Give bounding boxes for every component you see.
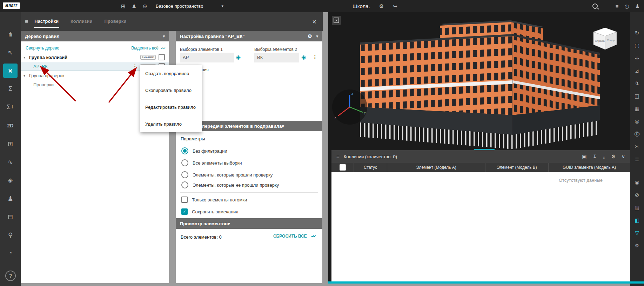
properties-icon[interactable]: Ⓟ — [630, 129, 644, 139]
history-icon[interactable]: ◷ — [624, 0, 629, 12]
column-status[interactable]: Статус — [354, 163, 387, 172]
scheme-icon[interactable]: ⊞ — [3, 137, 18, 151]
panel-resize-handle[interactable] — [474, 149, 495, 150]
locate-icon[interactable]: ◎ — [630, 116, 644, 127]
pan-icon[interactable]: ⊹ — [630, 53, 644, 64]
close-icon[interactable]: × — [312, 18, 316, 25]
context-menu: Создать подправило Скопировать правило Р… — [140, 65, 202, 132]
preview-section-title: Просмотр элементов — [180, 221, 228, 226]
orbit-icon[interactable]: ↻ — [630, 28, 644, 38]
collision-check-icon[interactable]: × — [3, 64, 18, 78]
params-label: Параметры — [181, 136, 205, 141]
checkbox-keep-remarks[interactable]: ✓ Сохранять замечания — [181, 208, 238, 215]
panel-menu-icon[interactable]: ≡ — [25, 19, 28, 25]
menu-item-copy-rule[interactable]: Скопировать правило — [140, 82, 202, 99]
select-all-checkbox[interactable] — [340, 164, 346, 171]
export-icon[interactable]: ↧ — [592, 154, 597, 159]
tab-checks[interactable]: Проверки — [103, 15, 127, 28]
menu-icon[interactable]: ≡ — [616, 0, 619, 12]
radio-failed-elements[interactable]: Элементы, которые не прошли проверку — [181, 181, 279, 188]
selection1-input[interactable]: АР — [180, 53, 234, 62]
tree-expand-icon[interactable]: ▾ — [24, 55, 29, 59]
column-guid-a[interactable]: GUID элемента (Модель А) — [549, 163, 630, 172]
user-icon[interactable]: ♟ — [3, 191, 18, 206]
right-toolbar: ↻ ▢ ⊹ ⊿ ↯ ◫ ▦ ◎ Ⓟ ✂ ≣ ◉ ⊘ ▨ ◧ ▽ ⚙ — [630, 12, 644, 286]
tab-settings[interactable]: Настройки — [34, 15, 59, 28]
grid-icon[interactable]: ▦ — [630, 104, 644, 114]
fit-view-button[interactable] — [332, 16, 341, 25]
column-element-b[interactable]: Элемент (Модель B) — [485, 163, 549, 172]
workspace-selector[interactable]: Базовое пространство ▾ — [156, 0, 223, 12]
checkbox-descendants-only[interactable]: Только элементы потомки — [181, 197, 247, 203]
sum-icon[interactable]: Σ — [3, 82, 18, 96]
view-cube[interactable]: Справа Сзади — [589, 25, 621, 52]
tab-collisions[interactable]: Коллизии — [70, 15, 93, 28]
tree-row-collision-group[interactable]: ▾ Группа коллизий SHARED — [21, 53, 169, 62]
gauge-icon[interactable]: ◔ — [3, 246, 18, 260]
collapse-tree-link[interactable]: Свернуть дерево — [26, 46, 59, 51]
team-icon[interactable]: ♟ — [132, 0, 136, 12]
model-tree-icon[interactable]: ⋔ — [3, 27, 18, 41]
clash-icon[interactable]: ↯ — [630, 78, 644, 89]
radio-passed-elements[interactable]: Элементы, которые прошли проверку — [181, 171, 273, 178]
selection2-input[interactable]: ВК — [254, 53, 299, 62]
gear-icon[interactable]: ⚙ — [379, 0, 384, 12]
view-settings-icon[interactable]: ⚙ — [630, 240, 644, 251]
menu-item-create-subrule[interactable]: Создать подправило — [140, 65, 202, 82]
globe-icon[interactable]: ⊛ — [143, 0, 147, 12]
hide-icon[interactable]: ⊘ — [630, 190, 644, 200]
chart-icon[interactable]: ∿ — [3, 155, 18, 169]
filter-icon[interactable]: ▽ — [630, 228, 644, 238]
apps-icon[interactable]: ⊞ — [121, 0, 126, 12]
user-pin-icon[interactable]: ⚲ — [3, 228, 18, 242]
total-elements-label: Всего элементов: 0 — [181, 234, 222, 240]
empty-state-text: Отсутствуют данные — [559, 178, 603, 183]
radio-dot — [181, 171, 188, 178]
rules-tree-header[interactable]: Дерево правил ▾ — [21, 31, 169, 41]
panel-menu-icon[interactable]: ≡ — [336, 154, 340, 160]
chevron-down-icon[interactable]: ∨ — [622, 154, 625, 159]
eye-icon[interactable]: ◉ — [236, 54, 241, 60]
select-box-icon[interactable]: ▢ — [630, 40, 644, 51]
profile-icon[interactable]: ♟ — [635, 0, 640, 12]
axis-gizmo[interactable]: z x y — [330, 88, 369, 126]
plugins-icon[interactable]: ◈ — [3, 173, 18, 187]
show-icon[interactable]: ◉ — [630, 177, 644, 188]
panel-tab-strip: ≡ Настройки Коллизии Проверки × — [21, 12, 323, 31]
reset-all-link[interactable]: СБРОСИТЬ ВСЁ — [273, 234, 307, 239]
gear-icon[interactable]: ⚙ — [611, 154, 616, 159]
preview-section-header[interactable]: Просмотр элементов ▾ — [176, 218, 322, 229]
section-cut-icon[interactable]: ✂ — [630, 141, 644, 152]
tree-row-checkbox[interactable] — [159, 54, 165, 60]
help-button[interactable]: ? — [5, 271, 16, 281]
app-logo[interactable]: BIMIT — [3, 2, 20, 9]
radio-all-elements[interactable]: Все элементы выборки — [181, 159, 242, 166]
section-box-icon[interactable]: ◫ — [630, 91, 644, 101]
fit-columns-icon[interactable]: ↨ — [603, 154, 605, 159]
share-icon[interactable]: ↪ — [393, 0, 397, 12]
gear-icon[interactable]: ⚙ — [308, 33, 312, 39]
shared-folder-icon[interactable]: ⊟ — [3, 209, 18, 224]
layers-icon[interactable]: ≣ — [630, 154, 644, 165]
2d-view-icon[interactable]: 2D — [3, 118, 18, 133]
measure-icon[interactable]: ⊿ — [630, 66, 644, 76]
transparency-icon[interactable]: ◧ — [630, 215, 644, 226]
column-element-a[interactable]: Элемент (Модель А) — [387, 163, 485, 172]
radio-no-filter[interactable]: Без фильтрации — [181, 147, 227, 154]
tree-expand-icon[interactable]: ▾ — [24, 74, 29, 78]
select-all-link[interactable]: Выделить всё — [131, 46, 159, 51]
tree-row-label: АР_ВК — [29, 64, 48, 69]
kebab-menu-icon[interactable]: ⋮ — [133, 64, 137, 69]
kebab-menu-icon[interactable]: ⋮ — [313, 54, 317, 60]
eye-icon[interactable]: ◉ — [301, 54, 306, 60]
menu-item-delete-rule[interactable]: Удалить правило — [140, 115, 202, 132]
tree-row-label: Группа проверок — [29, 73, 64, 78]
menu-item-edit-rule[interactable]: Редактировать правило — [140, 99, 202, 115]
sum-plus-icon[interactable]: Σ+ — [3, 100, 18, 114]
search-icon[interactable] — [592, 4, 598, 9]
select-icon[interactable]: ↖ — [3, 45, 18, 60]
isolate-icon[interactable]: ▨ — [630, 202, 644, 213]
axis-z-label: z — [351, 92, 353, 95]
copy-icon[interactable]: ▣ — [582, 154, 586, 159]
rule-settings-header[interactable]: Настройка правила "АР_ВК" ⚙ ▾ — [176, 31, 322, 41]
